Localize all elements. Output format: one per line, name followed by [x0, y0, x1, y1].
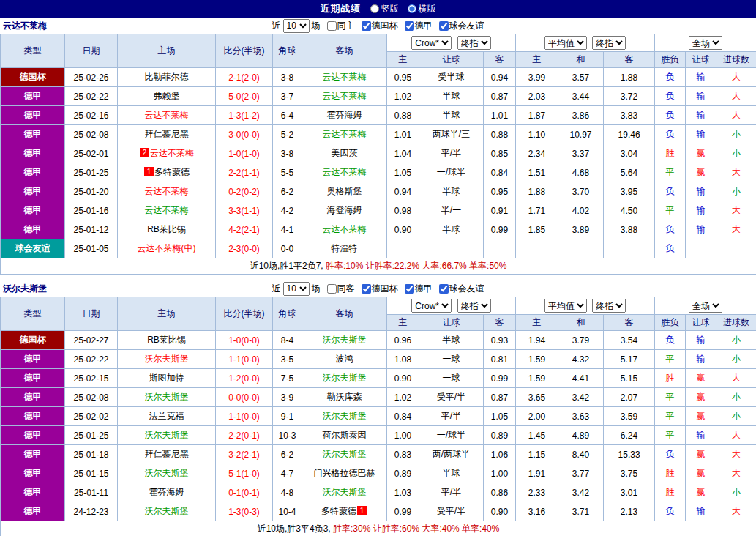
league-filter-cup[interactable]: 德国杯	[357, 283, 398, 295]
away-team-name[interactable]: 霍芬海姆	[327, 110, 362, 120]
home-team-name[interactable]: 云达不莱梅	[145, 110, 189, 120]
league-filter-cup[interactable]: 德国杯	[357, 20, 398, 32]
score-link[interactable]: 5-1(1-0)	[228, 469, 260, 479]
score-link[interactable]: 2-1(2-0)	[228, 72, 260, 83]
same-venue-checkbox[interactable]	[327, 21, 337, 31]
scope-select[interactable]: 全场	[689, 36, 722, 50]
home-team-name[interactable]: 云达不莱梅	[145, 186, 189, 196]
away-team-name[interactable]: 勒沃库森	[327, 392, 362, 402]
summary-row: 近10场,胜3平4负3, 胜率:30% 让胜率:60% 大率:40% 单率:40…	[1, 521, 756, 536]
score-link[interactable]: 1-1(0-0)	[228, 354, 260, 365]
score-link[interactable]: 1-0(1-0)	[228, 149, 260, 159]
away-team-name[interactable]: 云达不莱梅	[323, 91, 367, 101]
home-team-cell: 沃尔夫斯堡	[118, 464, 216, 483]
away-team-name[interactable]: 沃尔夫斯堡	[323, 411, 367, 421]
friendly-checkbox[interactable]	[439, 21, 449, 31]
horizontal-radio[interactable]	[408, 4, 416, 13]
score-link[interactable]: 4-2(2-1)	[228, 225, 260, 235]
score-link[interactable]: 1-3(1-2)	[228, 111, 260, 121]
away-team-name[interactable]: 云达不莱梅	[323, 224, 367, 234]
away-team-name[interactable]: 奥格斯堡	[327, 186, 362, 196]
score-link[interactable]: 0-2(0-2)	[228, 187, 260, 197]
score-link[interactable]: 2-2(1-1)	[228, 168, 260, 178]
bundesliga-checkbox[interactable]	[405, 284, 414, 294]
bundesliga-checkbox[interactable]	[405, 21, 414, 31]
scope-select[interactable]: 全场	[689, 299, 722, 313]
league-filter-friendly[interactable]: 球会友谊	[435, 20, 484, 32]
away-team-name[interactable]: 美因茨	[332, 148, 358, 158]
friendly-label: 球会友谊	[449, 283, 484, 295]
avg-stage-select[interactable]: 终指	[592, 36, 626, 50]
recent-count-select[interactable]: 10	[283, 282, 310, 296]
home-team-name[interactable]: 弗赖堡	[154, 91, 180, 101]
away-team-name[interactable]: 沃尔夫斯堡	[323, 373, 367, 383]
away-team-name[interactable]: 多特蒙德	[321, 506, 356, 516]
away-team-name[interactable]: 沃尔夫斯堡	[323, 487, 367, 497]
home-team-name[interactable]: RB莱比锡	[147, 335, 186, 345]
home-team-name[interactable]: 云达不莱梅(中)	[138, 243, 196, 253]
same-venue-checkbox[interactable]	[327, 284, 337, 294]
layout-option-horizontal[interactable]: 横版	[408, 3, 436, 15]
home-team-name[interactable]: 拜仁慕尼黑	[145, 129, 189, 139]
home-team-name[interactable]: 云达不莱梅	[150, 148, 194, 158]
home-team-name[interactable]: 沃尔夫斯堡	[145, 354, 189, 364]
away-team-name[interactable]: 门兴格拉德巴赫	[314, 468, 375, 478]
cup-checkbox[interactable]	[362, 21, 371, 31]
away-team-name[interactable]: 云达不莱梅	[323, 167, 367, 177]
home-team-name[interactable]: 斯图加特	[149, 373, 184, 383]
team-name-heading: 云达不莱梅	[3, 20, 47, 32]
home-team-name[interactable]: 沃尔夫斯堡	[145, 392, 189, 402]
away-team-name[interactable]: 云达不莱梅	[323, 129, 367, 139]
home-team-name[interactable]: RB莱比锡	[147, 224, 186, 234]
score-link[interactable]: 1-0(0-0)	[228, 335, 260, 346]
avg-stage-select[interactable]: 终指	[592, 299, 626, 313]
home-team-name[interactable]: 法兰克福	[149, 411, 184, 421]
friendly-checkbox[interactable]	[439, 284, 449, 294]
competition-type-cell: 德甲	[1, 144, 65, 163]
home-team-name[interactable]: 多特蒙德	[154, 167, 190, 177]
home-team-name[interactable]: 云达不莱梅	[145, 205, 189, 215]
league-filter-bundesliga[interactable]: 德甲	[400, 283, 433, 295]
layout-option-vertical[interactable]: 竖版	[370, 3, 399, 15]
away-team-name[interactable]: 波鸿	[336, 354, 353, 364]
home-team-name[interactable]: 霍芬海姆	[149, 487, 184, 497]
away-team-name[interactable]: 特温特	[332, 243, 358, 253]
avg-odds-select[interactable]: 平均值	[544, 36, 587, 50]
away-team-name[interactable]: 荷尔斯泰因	[323, 430, 367, 440]
home-team-name[interactable]: 沃尔夫斯堡	[145, 430, 189, 440]
odds-stage-select[interactable]: 终指	[457, 36, 491, 50]
league-filter-bundesliga[interactable]: 德甲	[400, 20, 433, 32]
odds-company-select[interactable]: Crow*	[411, 36, 452, 50]
score-link[interactable]: 1-1(0-0)	[228, 412, 260, 422]
score-link[interactable]: 1-3(0-3)	[228, 507, 260, 517]
home-team-name[interactable]: 沃尔夫斯堡	[145, 468, 189, 478]
away-team-name[interactable]: 云达不莱梅	[323, 72, 367, 82]
avg-draw-odds-cell: 3.77	[558, 464, 604, 483]
odds-stage-select[interactable]: 终指	[457, 299, 491, 313]
cup-checkbox[interactable]	[362, 284, 371, 294]
home-team-name[interactable]: 沃尔夫斯堡	[145, 506, 189, 516]
score-link[interactable]: 0-1(0-1)	[228, 488, 260, 498]
home-team-name[interactable]: 拜仁慕尼黑	[145, 449, 189, 459]
avg-odds-select[interactable]: 平均值	[544, 299, 587, 313]
score-link[interactable]: 3-3(1-1)	[228, 206, 260, 216]
result-handicap-cell: 赢	[686, 369, 716, 388]
away-team-name[interactable]: 海登海姆	[327, 205, 362, 215]
same-venue-filter[interactable]: 同客	[323, 283, 355, 295]
score-link[interactable]: 2-2(0-1)	[228, 431, 260, 441]
same-venue-filter[interactable]: 同主	[323, 20, 355, 32]
score-link[interactable]: 3-0(0-0)	[228, 130, 260, 140]
recent-count-select[interactable]: 10	[283, 19, 310, 33]
league-filter-friendly[interactable]: 球会友谊	[435, 283, 484, 295]
vertical-radio[interactable]	[370, 4, 379, 13]
score-link[interactable]: 0-0(0-0)	[228, 392, 260, 403]
score-link[interactable]: 3-2(2-1)	[228, 450, 260, 460]
odds-company-select[interactable]: Crow*	[411, 299, 452, 313]
away-team-name[interactable]: 沃尔夫斯堡	[323, 449, 367, 459]
score-link[interactable]: 5-0(2-0)	[228, 92, 260, 102]
score-link[interactable]: 2-3(0-0)	[228, 244, 260, 254]
home-team-cell: 沃尔夫斯堡	[118, 350, 216, 369]
score-link[interactable]: 1-2(0-0)	[228, 373, 260, 384]
away-team-name[interactable]: 沃尔夫斯堡	[323, 335, 367, 345]
home-team-name[interactable]: 比勒菲尔德	[145, 72, 189, 82]
